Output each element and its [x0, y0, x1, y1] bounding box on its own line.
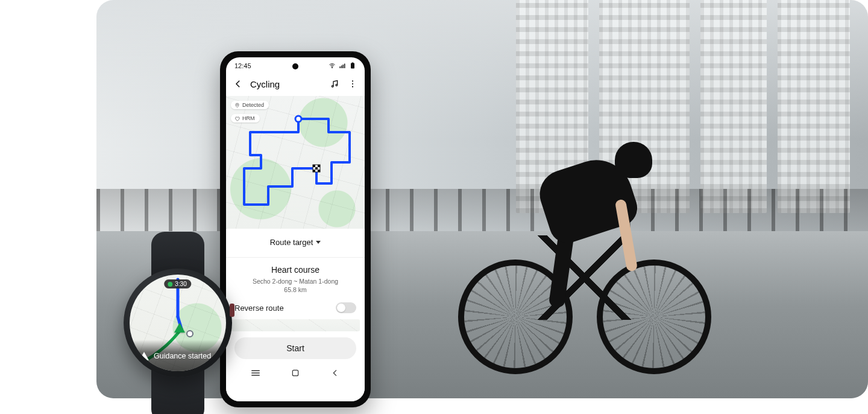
route-target-label: Route target — [270, 238, 313, 247]
nav-back-icon[interactable] — [323, 367, 347, 379]
watch-face[interactable]: 3:30 Guidance started — [130, 275, 226, 371]
navigation-arrow-icon — [139, 352, 149, 360]
status-time: 12:45 — [234, 62, 251, 69]
svg-rect-6 — [352, 63, 354, 64]
gps-active-icon — [168, 282, 172, 287]
mini-map-strip — [231, 319, 360, 331]
nav-bar — [226, 363, 365, 383]
course-subtitle: Secho 2-dong ~ Matan 1-dong — [253, 278, 338, 285]
reverse-route-label: Reverse route — [234, 304, 284, 313]
svg-point-10 — [352, 83, 353, 84]
wifi-icon — [329, 62, 336, 69]
chevron-down-icon — [316, 241, 321, 244]
status-icons — [329, 62, 356, 69]
app-title: Cycling — [250, 79, 322, 89]
course-distance: 65.8 km — [284, 286, 306, 293]
back-icon[interactable] — [232, 78, 244, 90]
svg-rect-1 — [340, 66, 341, 68]
svg-point-7 — [332, 86, 333, 88]
start-button-label: Start — [286, 343, 304, 353]
route-path — [226, 96, 365, 229]
cyclist-illustration — [458, 115, 711, 374]
start-button[interactable]: Start — [234, 337, 356, 359]
phone-screen: 12:45 Cycling Detected — [226, 57, 365, 401]
phone-frame: 12:45 Cycling Detected — [220, 51, 371, 407]
svg-rect-2 — [341, 66, 342, 69]
route-map[interactable]: Detected HRM — [226, 96, 365, 229]
watch-crown — [230, 304, 234, 317]
svg-rect-4 — [344, 64, 345, 69]
nav-home-icon[interactable] — [283, 367, 307, 379]
svg-point-8 — [336, 84, 338, 86]
watch-frame: 3:30 Guidance started — [118, 241, 238, 404]
svg-point-9 — [352, 80, 353, 81]
signal-icon — [339, 62, 346, 69]
app-header: Cycling — [226, 74, 365, 96]
route-target-dropdown[interactable]: Route target — [270, 238, 321, 247]
svg-rect-3 — [343, 65, 344, 68]
reverse-route-toggle[interactable] — [336, 302, 356, 313]
battery-icon — [349, 62, 356, 69]
svg-point-11 — [352, 86, 353, 88]
nav-cursor-icon — [174, 323, 185, 333]
watch-guidance-banner: Guidance started — [130, 340, 226, 371]
phone-camera-cutout — [292, 63, 298, 69]
svg-point-13 — [295, 116, 301, 122]
watch-time-pill: 3:30 — [164, 279, 191, 288]
watch-time: 3:30 — [175, 281, 186, 287]
bottom-sheet: Route target Heart course Secho 2-dong ~… — [226, 229, 365, 401]
more-icon[interactable] — [347, 78, 359, 90]
reverse-route-row[interactable]: Reverse route — [226, 296, 365, 319]
svg-rect-18 — [292, 371, 298, 376]
svg-point-0 — [332, 67, 332, 68]
watch-banner-text: Guidance started — [154, 352, 211, 360]
course-name: Heart course — [232, 265, 359, 275]
course-info: Heart course Secho 2-dong ~ Matan 1-dong… — [226, 258, 365, 296]
music-icon[interactable] — [329, 78, 341, 90]
watch-body: 3:30 Guidance started — [124, 269, 232, 377]
svg-rect-5 — [351, 63, 354, 69]
nav-recents-icon[interactable] — [244, 367, 268, 379]
svg-point-19 — [187, 331, 193, 337]
